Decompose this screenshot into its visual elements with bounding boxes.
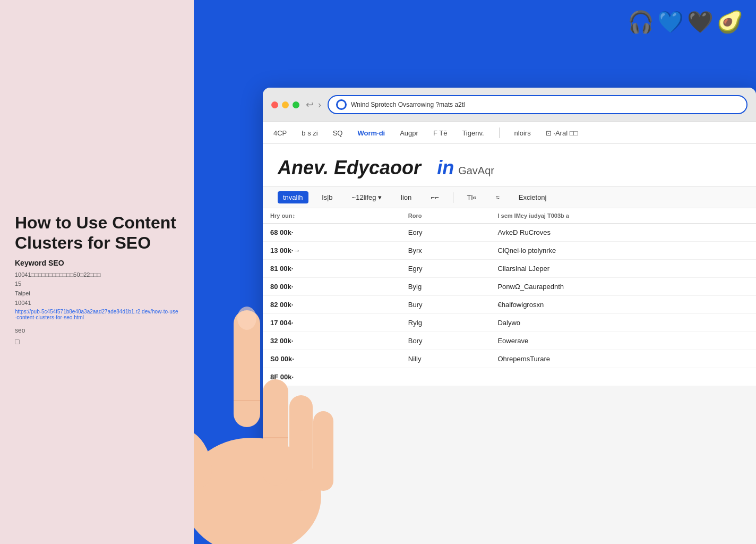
browser-url-bar[interactable]: Wnind Sprotech Ovsarrowing ?mats a2tl <box>328 95 748 114</box>
cell-volume-5: 17 004· <box>263 314 401 332</box>
emoji-headphone-icon: 🎧 <box>628 10 654 35</box>
toolbar-item-2[interactable]: SQ <box>333 129 343 137</box>
close-button[interactable] <box>271 101 278 108</box>
emoji-avocado-icon: 🥑 <box>717 10 743 35</box>
sidebar-meta-line3: Taipei <box>15 289 179 299</box>
subtoolbar-btn-2[interactable]: ~12lifeg ▾ <box>347 191 388 203</box>
cell-keyword-3: PonwΩ_Caurapednth <box>490 278 756 296</box>
browser-toolbar: 4CP b s zi SQ Worm·di Augpr F Tē Tigenv.… <box>263 122 756 144</box>
cell-keyword-5: Dalywo <box>490 314 756 332</box>
cell-keyword-2: CllarsInal LJeper <box>490 260 756 278</box>
cell-keyword-7: OhrepemsTurare <box>490 350 756 368</box>
table-row[interactable]: 80 00k· Bylg PonwΩ_Caurapednth <box>263 278 756 296</box>
sidebar-url[interactable]: https://pub-5c454f571b8e40a3a2aad27ade84… <box>15 309 179 320</box>
table-row[interactable]: 82 00k· Bury €halfowigrosxn <box>263 296 756 314</box>
cell-volume-2: 81 00k· <box>263 260 401 278</box>
cell-trend-0: Eory <box>401 224 491 242</box>
col-header-volume[interactable]: Hry oun↕ <box>263 208 401 224</box>
col-header-keyword[interactable]: I sem IMey iudyaj T003b a <box>490 208 756 224</box>
sidebar-title: How to Use Content Clusters for SEO <box>15 212 179 253</box>
cell-volume-8: 8F 00k· <box>263 368 401 386</box>
subtoolbar-btn-5[interactable]: Tl« <box>462 191 482 203</box>
top-icons: 🎧 💙 🖤 🥑 <box>628 10 743 35</box>
cell-trend-3: Bylg <box>401 278 491 296</box>
svg-point-6 <box>237 307 256 330</box>
sidebar-meta-line4: 10041 <box>15 299 179 308</box>
subtoolbar-btn-1[interactable]: ls|b <box>317 191 338 203</box>
toolbar-item-6[interactable]: Tigenv. <box>462 129 484 137</box>
cell-trend-1: Byrx <box>401 242 491 260</box>
url-text: Wnind Sprotech Ovsarrowing ?mats a2tl <box>351 101 739 108</box>
toolbar-item-3[interactable]: Worm·di <box>357 129 385 137</box>
page-heading-sub: GavAqr <box>458 165 494 177</box>
toolbar-item-1[interactable]: b s zi <box>302 129 317 137</box>
table-row[interactable]: S0 00k· Nilly OhrepemsTurare <box>263 350 756 368</box>
cell-keyword-0: AvkeD RuCroves <box>490 224 756 242</box>
table-row[interactable]: 32 00k· Bory Eowerave <box>263 332 756 350</box>
table-container: Hry oun↕ Roro I sem IMey iudyaj T003b a … <box>263 208 756 386</box>
browser-nav: ↩ › <box>306 99 321 110</box>
sidebar-meta-line1: 10041□□□□□□□□□□□□50□22□□□ <box>15 270 179 280</box>
sidebar-meta-line2: 15 <box>15 279 179 289</box>
maximize-button[interactable] <box>293 101 299 108</box>
subtoolbar-btn-6[interactable]: ≈ <box>491 191 505 203</box>
cell-keyword-6: Eowerave <box>490 332 756 350</box>
blue-area: 🎧 💙 🖤 🥑 <box>194 0 756 98</box>
subtoolbar-btn-0[interactable]: tnvalih <box>278 191 308 203</box>
cell-trend-4: Bury <box>401 296 491 314</box>
cell-keyword-4: €halfowigrosxn <box>490 296 756 314</box>
cell-volume-6: 32 00k· <box>263 332 401 350</box>
minimize-button[interactable] <box>282 101 289 108</box>
toolbar-item-4[interactable]: Augpr <box>400 129 418 137</box>
svg-point-1 <box>194 426 219 492</box>
cell-keyword-8 <box>490 368 756 386</box>
cell-volume-1: 13 00k·→ <box>263 242 401 260</box>
heading-text-before: Anev. Edycaoor <box>278 157 421 178</box>
toolbar-separator <box>499 128 500 138</box>
sub-toolbar: tnvalih ls|b ~12lifeg ▾ lion ⌐⌐ Tl« ≈ Ex… <box>263 186 756 208</box>
emoji-blue-heart-icon: 💙 <box>657 10 684 35</box>
page-heading-main: Anev. Edycaoor in <box>278 157 454 179</box>
sidebar-tag: seo <box>15 327 179 334</box>
sidebar: How to Use Content Clusters for SEO Keyw… <box>0 0 194 544</box>
cell-keyword-1: ClQnei·lo ptolynrke <box>490 242 756 260</box>
data-table: Hry oun↕ Roro I sem IMey iudyaj T003b a … <box>263 208 756 386</box>
sidebar-icon: □ <box>15 337 179 346</box>
table-row[interactable]: 13 00k·→ Byrx ClQnei·lo ptolynrke <box>263 242 756 260</box>
cell-trend-2: Egry <box>401 260 491 278</box>
main-content: 🎧 💙 🖤 🥑 ↩ › Wnind Sprotech Ovsarrowing ?… <box>194 0 756 544</box>
cell-trend-5: Rylg <box>401 314 491 332</box>
toolbar-item-8[interactable]: ⊡ ·Aral □□ <box>546 129 578 137</box>
forward-icon[interactable]: › <box>318 99 321 110</box>
browser-content: Anev. Edycaoor in GavAqr tnvalih ls|b ~1… <box>263 144 756 386</box>
browser-window: ↩ › Wnind Sprotech Ovsarrowing ?mats a2t… <box>263 88 756 544</box>
subtoolbar-btn-7[interactable]: Excietonj <box>513 191 552 203</box>
back-icon[interactable]: ↩ <box>306 99 314 110</box>
table-row[interactable]: 17 004· Rylg Dalywo <box>263 314 756 332</box>
subtoolbar-btn-4[interactable]: ⌐⌐ <box>425 191 444 203</box>
toolbar-item-0[interactable]: 4CP <box>273 129 287 137</box>
col-header-trend[interactable]: Roro <box>401 208 491 224</box>
cell-volume-0: 68 00k· <box>263 224 401 242</box>
cell-trend-7: Nilly <box>401 350 491 368</box>
cell-volume-7: S0 00k· <box>263 350 401 368</box>
toolbar-item-5[interactable]: F Tē <box>433 129 448 137</box>
table-row[interactable]: 81 00k· Egry CllarsInal LJeper <box>263 260 756 278</box>
url-circle-icon <box>336 99 347 110</box>
cell-trend-8 <box>401 368 491 386</box>
traffic-lights <box>271 101 299 108</box>
table-row[interactable]: 68 00k· Eory AvkeD RuCroves <box>263 224 756 242</box>
subtoolbar-btn-3[interactable]: lion <box>396 191 417 203</box>
cell-trend-6: Bory <box>401 332 491 350</box>
toolbar-item-7[interactable]: nloirs <box>514 129 531 137</box>
browser-chrome: ↩ › Wnind Sprotech Ovsarrowing ?mats a2t… <box>263 88 756 122</box>
page-heading: Anev. Edycaoor in GavAqr <box>263 144 756 186</box>
sidebar-subtitle: Keyword SEO <box>15 259 179 267</box>
heading-in: in <box>437 157 454 178</box>
table-row[interactable]: 8F 00k· <box>263 368 756 386</box>
svg-rect-2 <box>234 310 260 427</box>
subtoolbar-separator <box>453 192 453 203</box>
cell-volume-4: 82 00k· <box>263 296 401 314</box>
cell-volume-3: 80 00k· <box>263 278 401 296</box>
emoji-black-heart-icon: 🖤 <box>687 10 714 35</box>
